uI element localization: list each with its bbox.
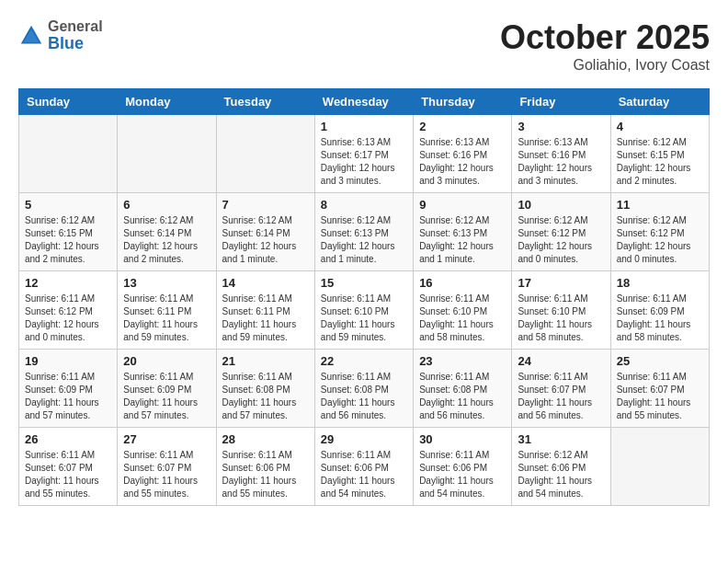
calendar-table: SundayMondayTuesdayWednesdayThursdayFrid…: [18, 88, 710, 506]
calendar-day: 20Sunrise: 6:11 AM Sunset: 6:09 PM Dayli…: [118, 350, 216, 428]
day-number: 26: [25, 432, 111, 446]
day-info: Sunrise: 6:11 AM Sunset: 6:11 PM Dayligh…: [222, 293, 309, 344]
day-number: 12: [25, 276, 111, 290]
calendar-day: 11Sunrise: 6:12 AM Sunset: 6:12 PM Dayli…: [610, 193, 709, 271]
calendar-day: 15Sunrise: 6:11 AM Sunset: 6:10 PM Dayli…: [314, 271, 413, 350]
day-info: Sunrise: 6:11 AM Sunset: 6:07 PM Dayligh…: [617, 371, 703, 422]
calendar-day: 19Sunrise: 6:11 AM Sunset: 6:09 PM Dayli…: [19, 350, 118, 428]
day-info: Sunrise: 6:11 AM Sunset: 6:12 PM Dayligh…: [25, 293, 111, 344]
calendar-day: 9Sunrise: 6:12 AM Sunset: 6:13 PM Daylig…: [414, 193, 512, 271]
day-number: 11: [617, 198, 703, 212]
calendar-day: 22Sunrise: 6:11 AM Sunset: 6:08 PM Dayli…: [314, 350, 413, 428]
day-number: 14: [222, 276, 309, 290]
page-header: General Blue October 2025 Goliahio, Ivor…: [18, 18, 710, 74]
calendar-day: 7Sunrise: 6:12 AM Sunset: 6:14 PM Daylig…: [216, 193, 314, 271]
calendar-day: 25Sunrise: 6:11 AM Sunset: 6:07 PM Dayli…: [610, 350, 709, 428]
day-number: 16: [419, 276, 506, 290]
day-info: Sunrise: 6:12 AM Sunset: 6:12 PM Dayligh…: [617, 214, 703, 266]
day-number: 2: [419, 120, 506, 133]
calendar-day: 1Sunrise: 6:13 AM Sunset: 6:17 PM Daylig…: [314, 115, 413, 193]
day-info: Sunrise: 6:12 AM Sunset: 6:12 PM Dayligh…: [518, 214, 604, 266]
calendar-week-row: 26Sunrise: 6:11 AM Sunset: 6:07 PM Dayli…: [19, 428, 710, 506]
logo-icon: [18, 23, 44, 49]
day-info: Sunrise: 6:11 AM Sunset: 6:06 PM Dayligh…: [222, 449, 309, 500]
day-info: Sunrise: 6:13 AM Sunset: 6:16 PM Dayligh…: [419, 136, 506, 188]
calendar-day: [610, 428, 709, 506]
day-info: Sunrise: 6:12 AM Sunset: 6:15 PM Dayligh…: [617, 136, 703, 188]
day-info: Sunrise: 6:11 AM Sunset: 6:08 PM Dayligh…: [321, 371, 407, 422]
calendar-day: 28Sunrise: 6:11 AM Sunset: 6:06 PM Dayli…: [216, 428, 314, 506]
weekday-header-row: SundayMondayTuesdayWednesdayThursdayFrid…: [19, 89, 710, 115]
day-number: 3: [518, 120, 604, 133]
weekday-header-monday: Monday: [118, 89, 216, 115]
day-number: 13: [123, 276, 210, 290]
calendar-day: 30Sunrise: 6:11 AM Sunset: 6:06 PM Dayli…: [414, 428, 512, 506]
calendar-day: 27Sunrise: 6:11 AM Sunset: 6:07 PM Dayli…: [118, 428, 216, 506]
location-label: Goliahio, Ivory Coast: [500, 57, 710, 74]
day-number: 29: [321, 432, 407, 446]
calendar-day: 10Sunrise: 6:12 AM Sunset: 6:12 PM Dayli…: [512, 193, 610, 271]
calendar-day: 31Sunrise: 6:12 AM Sunset: 6:06 PM Dayli…: [512, 428, 610, 506]
logo-general-label: General: [48, 18, 103, 35]
calendar-day: 14Sunrise: 6:11 AM Sunset: 6:11 PM Dayli…: [216, 271, 314, 350]
calendar-day: 23Sunrise: 6:11 AM Sunset: 6:08 PM Dayli…: [414, 350, 512, 428]
calendar-week-row: 12Sunrise: 6:11 AM Sunset: 6:12 PM Dayli…: [19, 271, 710, 350]
day-info: Sunrise: 6:11 AM Sunset: 6:10 PM Dayligh…: [419, 293, 506, 344]
day-number: 10: [518, 198, 604, 212]
day-info: Sunrise: 6:11 AM Sunset: 6:07 PM Dayligh…: [518, 371, 604, 422]
day-info: Sunrise: 6:11 AM Sunset: 6:08 PM Dayligh…: [222, 371, 309, 422]
weekday-header-sunday: Sunday: [19, 89, 118, 115]
day-info: Sunrise: 6:11 AM Sunset: 6:11 PM Dayligh…: [123, 293, 210, 344]
day-number: 4: [617, 120, 703, 133]
day-info: Sunrise: 6:11 AM Sunset: 6:07 PM Dayligh…: [123, 449, 210, 500]
day-info: Sunrise: 6:11 AM Sunset: 6:10 PM Dayligh…: [518, 293, 604, 344]
day-number: 30: [419, 432, 506, 446]
calendar-day: 16Sunrise: 6:11 AM Sunset: 6:10 PM Dayli…: [414, 271, 512, 350]
day-number: 31: [518, 432, 604, 446]
calendar-day: 4Sunrise: 6:12 AM Sunset: 6:15 PM Daylig…: [610, 115, 709, 193]
calendar-day: 5Sunrise: 6:12 AM Sunset: 6:15 PM Daylig…: [19, 193, 118, 271]
day-info: Sunrise: 6:11 AM Sunset: 6:06 PM Dayligh…: [419, 449, 506, 500]
day-info: Sunrise: 6:12 AM Sunset: 6:13 PM Dayligh…: [321, 214, 407, 266]
weekday-header-saturday: Saturday: [610, 89, 709, 115]
day-info: Sunrise: 6:11 AM Sunset: 6:08 PM Dayligh…: [419, 371, 506, 422]
calendar-day: [118, 115, 216, 193]
day-number: 25: [617, 354, 703, 368]
day-info: Sunrise: 6:12 AM Sunset: 6:14 PM Dayligh…: [123, 214, 210, 266]
day-info: Sunrise: 6:11 AM Sunset: 6:07 PM Dayligh…: [25, 449, 111, 500]
day-info: Sunrise: 6:11 AM Sunset: 6:09 PM Dayligh…: [617, 293, 703, 344]
day-number: 8: [321, 198, 407, 212]
day-number: 23: [419, 354, 506, 368]
logo-text: General Blue: [48, 18, 103, 52]
day-info: Sunrise: 6:11 AM Sunset: 6:10 PM Dayligh…: [321, 293, 407, 344]
calendar-week-row: 5Sunrise: 6:12 AM Sunset: 6:15 PM Daylig…: [19, 193, 710, 271]
day-number: 5: [25, 198, 111, 212]
weekday-header-thursday: Thursday: [414, 89, 512, 115]
day-number: 15: [321, 276, 407, 290]
calendar-day: 29Sunrise: 6:11 AM Sunset: 6:06 PM Dayli…: [314, 428, 413, 506]
logo-blue-label: Blue: [48, 35, 103, 53]
calendar-day: [216, 115, 314, 193]
calendar-day: 8Sunrise: 6:12 AM Sunset: 6:13 PM Daylig…: [314, 193, 413, 271]
calendar-day: 18Sunrise: 6:11 AM Sunset: 6:09 PM Dayli…: [610, 271, 709, 350]
day-number: 7: [222, 198, 309, 212]
calendar-day: 21Sunrise: 6:11 AM Sunset: 6:08 PM Dayli…: [216, 350, 314, 428]
month-title: October 2025: [500, 18, 710, 57]
day-number: 1: [321, 120, 407, 133]
calendar-day: 2Sunrise: 6:13 AM Sunset: 6:16 PM Daylig…: [414, 115, 512, 193]
day-info: Sunrise: 6:12 AM Sunset: 6:13 PM Dayligh…: [419, 214, 506, 266]
calendar-day: 26Sunrise: 6:11 AM Sunset: 6:07 PM Dayli…: [19, 428, 118, 506]
title-block: October 2025 Goliahio, Ivory Coast: [500, 18, 710, 74]
day-number: 28: [222, 432, 309, 446]
day-number: 21: [222, 354, 309, 368]
calendar-week-row: 1Sunrise: 6:13 AM Sunset: 6:17 PM Daylig…: [19, 115, 710, 193]
day-info: Sunrise: 6:13 AM Sunset: 6:17 PM Dayligh…: [321, 136, 407, 188]
day-info: Sunrise: 6:12 AM Sunset: 6:15 PM Dayligh…: [25, 214, 111, 266]
weekday-header-tuesday: Tuesday: [216, 89, 314, 115]
calendar-day: 24Sunrise: 6:11 AM Sunset: 6:07 PM Dayli…: [512, 350, 610, 428]
weekday-header-wednesday: Wednesday: [314, 89, 413, 115]
day-number: 18: [617, 276, 703, 290]
day-number: 17: [518, 276, 604, 290]
calendar-day: 17Sunrise: 6:11 AM Sunset: 6:10 PM Dayli…: [512, 271, 610, 350]
day-info: Sunrise: 6:12 AM Sunset: 6:14 PM Dayligh…: [222, 214, 309, 266]
